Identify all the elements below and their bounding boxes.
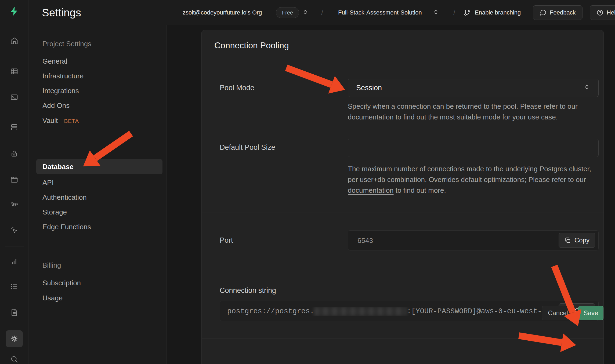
pool-mode-select[interactable]: Session [348, 79, 599, 97]
connection-pooling-card: Connection Pooling Pool Mode Session Spe… [201, 30, 604, 364]
sidebar-item-usage[interactable]: Usage [42, 294, 63, 302]
pool-mode-value: Session [356, 84, 382, 92]
home-icon [10, 37, 18, 45]
rail-api-docs[interactable] [6, 304, 23, 321]
search-icon [10, 355, 18, 363]
feedback-button[interactable]: Feedback [533, 5, 583, 20]
rail-realtime[interactable] [6, 196, 23, 213]
sidebar-item-subscription[interactable]: Subscription [42, 279, 81, 287]
settings-sidebar: Project Settings General Infrastructure … [28, 25, 167, 364]
breadcrumb-separator: / [321, 8, 323, 17]
sidebar-item-edge-functions[interactable]: Edge Functions [42, 223, 91, 231]
plan-badge: Free [276, 7, 299, 18]
sidebar-section-header: Billing [42, 261, 61, 270]
rail-authentication[interactable] [6, 145, 23, 162]
sidebar-item-general[interactable]: General [42, 57, 67, 65]
card-title: Connection Pooling [214, 41, 289, 50]
connection-string-prefix: postgres://postgres. [227, 307, 314, 315]
rail-reports[interactable] [6, 253, 23, 270]
speech-bubble-icon [540, 9, 547, 16]
help-label: Help [607, 9, 615, 16]
sidebar-item-database[interactable]: Database [42, 163, 74, 171]
documentation-link[interactable]: documentation [348, 186, 394, 194]
beta-badge: BETA [64, 118, 79, 124]
description-text: Specify when a connection can be returne… [348, 102, 578, 110]
enable-branching-button[interactable]: Enable branching [464, 9, 521, 16]
description-text: The maximum number of connections made t… [348, 165, 591, 184]
documentation-link[interactable]: documentation [348, 113, 394, 121]
file-text-icon [10, 308, 18, 316]
supabase-bolt-icon [9, 6, 19, 16]
description-text: to find out the most suitable mode for y… [394, 113, 558, 121]
rail-sql-editor[interactable] [6, 89, 23, 106]
sidebar-item-integrations[interactable]: Integrations [42, 87, 79, 95]
database-icon [10, 123, 18, 131]
rail-home[interactable] [6, 32, 23, 49]
sidebar-item-label: Vault [42, 117, 58, 125]
copy-label: Copy [574, 236, 589, 244]
connection-string-suffix: :[YOUR-PASSWORD]@aws-0-eu-west-2. [407, 307, 551, 315]
main-content: Connection Pooling Pool Mode Session Spe… [167, 26, 615, 364]
feedback-label: Feedback [550, 9, 576, 16]
project-breadcrumb[interactable]: Full-Stack-Assessment-Solution [338, 9, 422, 16]
supabase-logo[interactable] [6, 3, 23, 20]
rail-logs[interactable] [6, 278, 23, 295]
chevron-up-down-icon [583, 83, 590, 92]
advisors-cursor-icon [10, 226, 18, 234]
port-value: 6543 [357, 236, 373, 245]
port-copy-button[interactable]: Copy [559, 233, 595, 248]
default-pool-size-description: The maximum number of connections made t… [348, 163, 602, 196]
rail-search[interactable] [6, 351, 23, 364]
project-switcher[interactable] [432, 9, 439, 17]
top-bar: Settings zsolt@codeyourfuture.io's Org F… [28, 0, 615, 25]
org-switcher[interactable] [302, 9, 309, 17]
default-pool-size-label: Default Pool Size [220, 143, 275, 152]
storage-folder-icon [10, 176, 18, 184]
description-text: to find out more. [394, 186, 446, 194]
rail-database[interactable] [6, 119, 23, 136]
chevron-up-down-icon [302, 9, 309, 16]
org-breadcrumb[interactable]: zsolt@codeyourfuture.io's Org [183, 9, 262, 16]
sidebar-divider [28, 143, 167, 143]
help-button[interactable]: Help [590, 5, 615, 20]
reports-chart-icon [10, 257, 18, 265]
card-divider [202, 61, 603, 61]
sql-editor-icon [10, 93, 18, 101]
rail-divider [5, 55, 24, 55]
sidebar-item-storage[interactable]: Storage [42, 208, 67, 216]
sidebar-item-infrastructure[interactable]: Infrastructure [42, 72, 84, 80]
card-divider [202, 268, 603, 268]
sidebar-item-add-ons[interactable]: Add Ons [42, 101, 70, 110]
page-title: Settings [42, 6, 81, 19]
sidebar-item-api[interactable]: API [42, 179, 54, 187]
pool-mode-label: Pool Mode [220, 84, 254, 92]
default-pool-size-input[interactable] [348, 139, 599, 157]
connection-string-label: Connection string [220, 286, 276, 295]
rail-advisors[interactable] [6, 222, 23, 239]
logs-list-icon [10, 283, 18, 291]
rail-divider [5, 112, 24, 112]
realtime-orbit-icon [10, 201, 18, 209]
pool-mode-description: Specify when a connection can be returne… [348, 101, 602, 122]
gear-icon [10, 334, 19, 343]
chevron-up-down-icon [432, 9, 439, 16]
breadcrumb-separator: / [453, 8, 455, 17]
sidebar-item-authentication[interactable]: Authentication [42, 193, 87, 202]
git-branch-icon [464, 9, 471, 16]
port-label: Port [220, 236, 233, 245]
card-divider [202, 213, 603, 213]
redacted-project-ref [314, 307, 407, 316]
question-circle-icon [596, 9, 603, 16]
rail-divider [5, 246, 24, 246]
copy-icon [564, 237, 571, 244]
app-icon-rail [0, 0, 28, 364]
enable-branching-label: Enable branching [475, 9, 521, 16]
sidebar-divider [28, 247, 167, 247]
sidebar-section-header: Project Settings [42, 40, 91, 48]
rail-table-editor[interactable] [6, 63, 23, 80]
sidebar-item-vault[interactable]: Vault BETA [42, 117, 79, 125]
rail-project-settings[interactable] [6, 330, 23, 347]
rail-storage[interactable] [6, 171, 23, 188]
table-editor-icon [10, 67, 18, 75]
lock-icon [10, 150, 18, 158]
